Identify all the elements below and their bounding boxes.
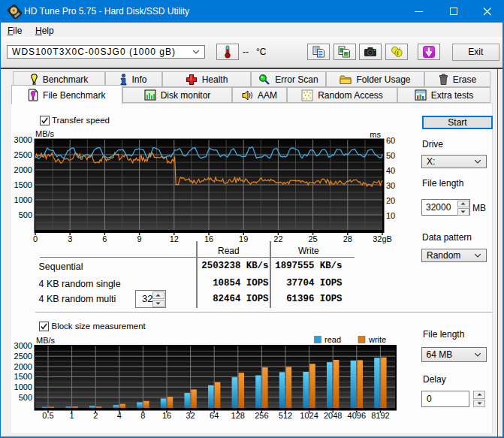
svg-text:0.5: 0.5: [42, 411, 53, 420]
svg-text:1: 1: [70, 411, 74, 420]
svg-text:16: 16: [204, 234, 213, 243]
svg-text:3: 3: [68, 234, 72, 243]
svg-text:8192: 8192: [371, 411, 389, 420]
svg-text:1500: 1500: [14, 180, 32, 189]
svg-text:28: 28: [343, 234, 352, 243]
svg-text:19: 19: [239, 234, 248, 243]
svg-text:16: 16: [162, 411, 171, 420]
svg-text:32: 32: [186, 411, 195, 420]
svg-text:2000: 2000: [14, 362, 32, 371]
svg-text:6: 6: [102, 234, 107, 243]
svg-text:3000: 3000: [14, 135, 32, 144]
svg-text:MB/s: MB/s: [35, 129, 55, 138]
svg-text:4: 4: [117, 411, 122, 420]
svg-text:12: 12: [170, 234, 179, 243]
svg-text:500: 500: [19, 210, 32, 219]
svg-text:MB/s: MB/s: [36, 336, 56, 345]
svg-text:read: read: [324, 335, 341, 344]
svg-text:40: 40: [386, 166, 395, 175]
svg-text:32gB: 32gB: [373, 234, 392, 243]
svg-text:write: write: [368, 335, 386, 344]
svg-text:128: 128: [231, 411, 245, 420]
svg-text:2000: 2000: [14, 165, 32, 174]
svg-text:8: 8: [140, 411, 145, 420]
svg-text:64: 64: [210, 411, 219, 420]
svg-text:4096: 4096: [348, 411, 366, 420]
svg-text:1000: 1000: [14, 195, 32, 204]
svg-text:500: 500: [19, 393, 32, 402]
svg-text:1024: 1024: [300, 411, 318, 420]
svg-text:30: 30: [386, 181, 395, 190]
svg-text:25: 25: [308, 234, 317, 243]
svg-text:60: 60: [386, 136, 395, 145]
svg-text:3000: 3000: [14, 341, 32, 350]
svg-text:2500: 2500: [14, 352, 32, 361]
svg-text:22: 22: [273, 234, 282, 243]
svg-text:256: 256: [255, 411, 268, 420]
svg-text:9: 9: [137, 234, 142, 243]
svg-text:0: 0: [33, 234, 38, 243]
svg-text:20: 20: [386, 196, 395, 205]
svg-text:ms: ms: [370, 130, 381, 139]
svg-text:1500: 1500: [14, 372, 32, 381]
svg-text:2048: 2048: [324, 411, 342, 420]
svg-text:10: 10: [386, 211, 395, 220]
svg-text:2: 2: [93, 411, 98, 420]
svg-text:50: 50: [386, 151, 395, 160]
svg-text:2500: 2500: [14, 150, 32, 159]
svg-text:512: 512: [279, 411, 292, 420]
svg-text:1000: 1000: [14, 382, 32, 391]
